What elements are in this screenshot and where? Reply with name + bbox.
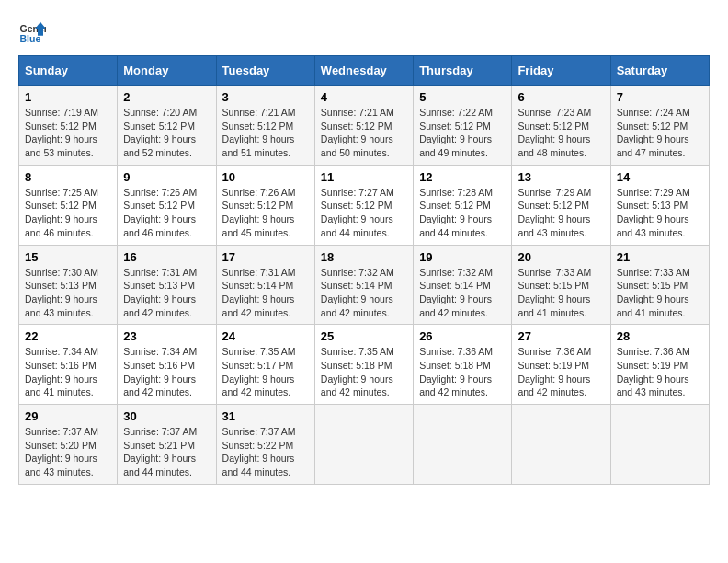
day-info: Sunrise: 7:37 AMSunset: 5:20 PMDaylight:…	[25, 426, 98, 477]
calendar-day-cell: 15 Sunrise: 7:30 AMSunset: 5:13 PMDaylig…	[19, 245, 118, 325]
day-number: 10	[222, 170, 309, 184]
calendar-day-cell: 7 Sunrise: 7:24 AMSunset: 5:12 PMDayligh…	[610, 86, 709, 166]
day-info: Sunrise: 7:36 AMSunset: 5:18 PMDaylight:…	[419, 346, 493, 397]
calendar-week-row: 29 Sunrise: 7:37 AMSunset: 5:20 PMDaylig…	[19, 405, 710, 485]
day-info: Sunrise: 7:29 AMSunset: 5:13 PMDaylight:…	[617, 187, 690, 238]
day-info: Sunrise: 7:31 AMSunset: 5:13 PMDaylight:…	[123, 267, 197, 318]
day-info: Sunrise: 7:21 AMSunset: 5:12 PMDaylight:…	[321, 107, 394, 158]
day-number: 22	[25, 329, 111, 343]
day-number: 17	[222, 250, 309, 264]
calendar-day-cell: 21 Sunrise: 7:33 AMSunset: 5:15 PMDaylig…	[610, 245, 709, 325]
day-number: 1	[25, 90, 111, 104]
weekday-header: Thursday	[414, 56, 512, 86]
calendar-table: SundayMondayTuesdayWednesdayThursdayFrid…	[18, 55, 710, 485]
calendar-week-row: 8 Sunrise: 7:25 AMSunset: 5:12 PMDayligh…	[19, 165, 710, 245]
calendar-day-cell	[610, 405, 709, 485]
day-info: Sunrise: 7:32 AMSunset: 5:14 PMDaylight:…	[321, 267, 394, 318]
day-number: 15	[25, 250, 111, 264]
day-number: 9	[123, 170, 210, 184]
calendar-day-cell: 14 Sunrise: 7:29 AMSunset: 5:13 PMDaylig…	[610, 165, 709, 245]
day-info: Sunrise: 7:19 AMSunset: 5:12 PMDaylight:…	[25, 107, 98, 158]
calendar-week-row: 1 Sunrise: 7:19 AMSunset: 5:12 PMDayligh…	[19, 86, 710, 166]
day-number: 18	[321, 250, 407, 264]
day-info: Sunrise: 7:31 AMSunset: 5:14 PMDaylight:…	[222, 267, 296, 318]
day-number: 12	[419, 170, 506, 184]
calendar-day-cell: 11 Sunrise: 7:27 AMSunset: 5:12 PMDaylig…	[314, 165, 413, 245]
day-info: Sunrise: 7:36 AMSunset: 5:19 PMDaylight:…	[518, 346, 591, 397]
calendar-day-cell: 20 Sunrise: 7:33 AMSunset: 5:15 PMDaylig…	[512, 245, 610, 325]
day-number: 8	[25, 170, 111, 184]
calendar-day-cell: 10 Sunrise: 7:26 AMSunset: 5:12 PMDaylig…	[216, 165, 314, 245]
calendar-day-cell: 3 Sunrise: 7:21 AMSunset: 5:12 PMDayligh…	[216, 86, 314, 166]
calendar-day-cell: 23 Sunrise: 7:34 AMSunset: 5:16 PMDaylig…	[118, 325, 216, 405]
page-header: General Blue	[18, 18, 710, 46]
calendar-day-cell: 19 Sunrise: 7:32 AMSunset: 5:14 PMDaylig…	[414, 245, 512, 325]
day-info: Sunrise: 7:34 AMSunset: 5:16 PMDaylight:…	[123, 346, 197, 397]
day-info: Sunrise: 7:26 AMSunset: 5:12 PMDaylight:…	[123, 187, 197, 238]
logo-icon: General Blue	[18, 18, 46, 46]
day-info: Sunrise: 7:34 AMSunset: 5:16 PMDaylight:…	[25, 346, 98, 397]
weekday-header: Tuesday	[216, 56, 314, 86]
day-info: Sunrise: 7:33 AMSunset: 5:15 PMDaylight:…	[617, 267, 690, 318]
day-info: Sunrise: 7:35 AMSunset: 5:17 PMDaylight:…	[222, 346, 296, 397]
day-info: Sunrise: 7:36 AMSunset: 5:19 PMDaylight:…	[617, 346, 690, 397]
calendar-day-cell: 24 Sunrise: 7:35 AMSunset: 5:17 PMDaylig…	[216, 325, 314, 405]
day-number: 27	[518, 329, 604, 343]
calendar-day-cell: 28 Sunrise: 7:36 AMSunset: 5:19 PMDaylig…	[610, 325, 709, 405]
day-number: 20	[518, 250, 604, 264]
day-number: 21	[617, 250, 703, 264]
calendar-day-cell: 27 Sunrise: 7:36 AMSunset: 5:19 PMDaylig…	[512, 325, 610, 405]
calendar-day-cell: 29 Sunrise: 7:37 AMSunset: 5:20 PMDaylig…	[19, 405, 118, 485]
weekday-header: Saturday	[610, 56, 709, 86]
day-number: 13	[518, 170, 604, 184]
weekday-header: Wednesday	[314, 56, 413, 86]
calendar-day-cell: 12 Sunrise: 7:28 AMSunset: 5:12 PMDaylig…	[414, 165, 512, 245]
weekday-header: Friday	[512, 56, 610, 86]
day-number: 2	[123, 90, 210, 104]
day-number: 25	[321, 329, 407, 343]
day-info: Sunrise: 7:37 AMSunset: 5:21 PMDaylight:…	[123, 426, 197, 477]
calendar-day-cell: 9 Sunrise: 7:26 AMSunset: 5:12 PMDayligh…	[118, 165, 216, 245]
day-number: 6	[518, 90, 604, 104]
day-number: 4	[321, 90, 407, 104]
calendar-day-cell: 31 Sunrise: 7:37 AMSunset: 5:22 PMDaylig…	[216, 405, 314, 485]
calendar-week-row: 22 Sunrise: 7:34 AMSunset: 5:16 PMDaylig…	[19, 325, 710, 405]
day-number: 23	[123, 329, 210, 343]
day-info: Sunrise: 7:37 AMSunset: 5:22 PMDaylight:…	[222, 426, 296, 477]
calendar-day-cell: 6 Sunrise: 7:23 AMSunset: 5:12 PMDayligh…	[512, 86, 610, 166]
day-info: Sunrise: 7:26 AMSunset: 5:12 PMDaylight:…	[222, 187, 296, 238]
calendar-day-cell	[414, 405, 512, 485]
day-number: 5	[419, 90, 506, 104]
day-number: 14	[617, 170, 703, 184]
calendar-day-cell: 13 Sunrise: 7:29 AMSunset: 5:12 PMDaylig…	[512, 165, 610, 245]
day-info: Sunrise: 7:30 AMSunset: 5:13 PMDaylight:…	[25, 267, 98, 318]
calendar-day-cell: 5 Sunrise: 7:22 AMSunset: 5:12 PMDayligh…	[414, 86, 512, 166]
day-info: Sunrise: 7:29 AMSunset: 5:12 PMDaylight:…	[518, 187, 591, 238]
calendar-day-cell: 22 Sunrise: 7:34 AMSunset: 5:16 PMDaylig…	[19, 325, 118, 405]
day-number: 30	[123, 409, 210, 423]
day-number: 24	[222, 329, 309, 343]
calendar-day-cell: 16 Sunrise: 7:31 AMSunset: 5:13 PMDaylig…	[118, 245, 216, 325]
day-number: 11	[321, 170, 407, 184]
calendar-day-cell	[314, 405, 413, 485]
day-number: 7	[617, 90, 703, 104]
day-number: 3	[222, 90, 309, 104]
day-number: 28	[617, 329, 703, 343]
day-info: Sunrise: 7:20 AMSunset: 5:12 PMDaylight:…	[123, 107, 197, 158]
day-info: Sunrise: 7:25 AMSunset: 5:12 PMDaylight:…	[25, 187, 98, 238]
day-number: 26	[419, 329, 506, 343]
weekday-header: Monday	[118, 56, 216, 86]
day-number: 31	[222, 409, 309, 423]
svg-text:Blue: Blue	[20, 33, 41, 44]
day-info: Sunrise: 7:33 AMSunset: 5:15 PMDaylight:…	[518, 267, 591, 318]
day-number: 29	[25, 409, 111, 423]
weekday-header: Sunday	[19, 56, 118, 86]
calendar-day-cell: 4 Sunrise: 7:21 AMSunset: 5:12 PMDayligh…	[314, 86, 413, 166]
day-info: Sunrise: 7:28 AMSunset: 5:12 PMDaylight:…	[419, 187, 493, 238]
calendar-day-cell: 2 Sunrise: 7:20 AMSunset: 5:12 PMDayligh…	[118, 86, 216, 166]
day-info: Sunrise: 7:23 AMSunset: 5:12 PMDaylight:…	[518, 107, 591, 158]
day-info: Sunrise: 7:35 AMSunset: 5:18 PMDaylight:…	[321, 346, 394, 397]
day-info: Sunrise: 7:21 AMSunset: 5:12 PMDaylight:…	[222, 107, 296, 158]
day-info: Sunrise: 7:27 AMSunset: 5:12 PMDaylight:…	[321, 187, 394, 238]
calendar-day-cell: 8 Sunrise: 7:25 AMSunset: 5:12 PMDayligh…	[19, 165, 118, 245]
